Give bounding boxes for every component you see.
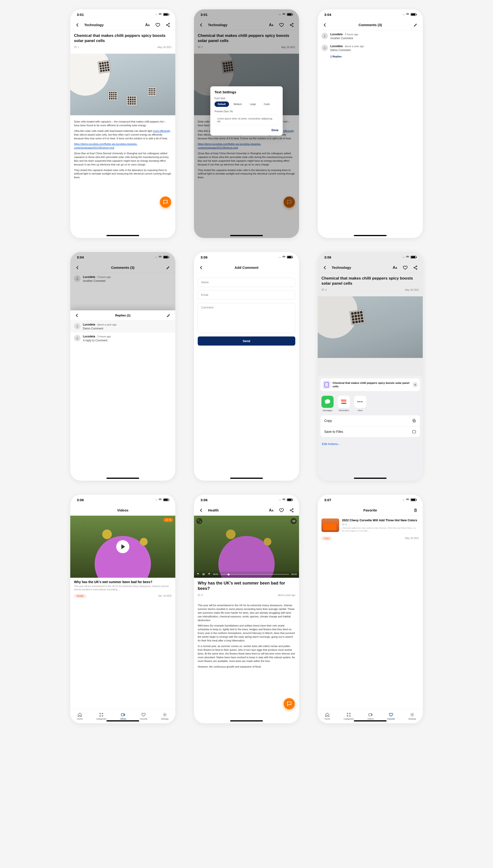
screen-text-settings: 3:01••• Technology AA Chemical that make… [194,9,299,238]
comment-item[interactable]: Lucodeia · about a year ago Demo Comment [318,42,423,54]
share-more[interactable]: •••More [354,396,366,411]
svg-point-10 [77,337,78,338]
fontsize-custom[interactable]: Custo [260,102,273,107]
volume-button[interactable] [291,518,297,524]
add-comment-title: Add Comment [208,266,285,269]
share-doc-icon [323,381,330,389]
tag-cars[interactable]: Cars [321,536,332,540]
video-player[interactable]: 00:01 00:10 [194,516,299,578]
font-button[interactable]: AA [144,21,151,28]
pause-icon[interactable] [202,573,205,576]
back-button[interactable] [321,21,328,28]
tab-videos[interactable]: Videos [367,712,374,720]
favorite-header: Favorite [332,508,409,512]
svg-point-13 [416,268,417,269]
name-field[interactable]: Name [198,278,295,287]
article-media-link[interactable]: https://demo.lucodeia.com/flutter-wp-luc… [74,142,137,149]
tab-settings[interactable]: Settings [408,712,416,720]
share-button[interactable] [165,21,172,28]
share-close-button[interactable]: ✕ [413,382,417,387]
screen-comments: 3:04••• Comments (3) Lucodeia · 3 hours … [318,9,423,238]
status-time: 3:01 [77,13,84,17]
fontsize-large[interactable]: Large [246,102,259,107]
tab-settings[interactable]: Settings [161,712,169,720]
time-current: 00:01 [213,573,218,575]
svg-point-24 [292,511,293,512]
play-icon[interactable] [116,540,129,553]
comment-field[interactable]: Comment [198,303,295,333]
send-button[interactable]: Send [198,336,295,346]
fontsize-default[interactable]: Default [215,102,229,107]
sheet-compose[interactable] [165,312,172,319]
svg-point-28 [349,713,350,714]
back-button[interactable] [198,507,205,514]
forward-icon[interactable] [208,573,211,576]
svg-point-12 [416,266,417,267]
svg-point-17 [102,713,103,714]
tab-home[interactable]: Home [77,712,83,720]
replay-icon[interactable] [196,573,199,576]
status-bar: 3:01 ••• [70,9,175,20]
svg-point-6 [324,35,325,36]
fontsize-medium[interactable]: Medium [230,102,245,107]
article-topbar: Technology AA [70,20,175,30]
article-date: May, 05 2021 [157,46,172,48]
reply-item[interactable]: Lucodeia · 3 hours agoA reply to Comment [70,333,175,344]
tab-home[interactable]: Home [324,712,330,720]
tab-videos[interactable]: Videos [120,712,126,720]
video-card[interactable]: 0 [70,516,175,578]
video-title: Why has the UK's wet summer been bad for… [70,578,175,585]
svg-point-8 [77,277,78,279]
favorite-item[interactable]: 2022 Chevy Corvette Will Add Three Hot N… [318,516,423,535]
compose-button[interactable] [412,21,419,28]
text-settings-modal: Text Settings Font Size Default Medium L… [210,86,283,136]
email-field[interactable]: Email [198,290,295,299]
share-to-messages[interactable]: Messages [321,396,334,411]
save-button[interactable]: Save to Files [321,426,420,437]
comment-badge: 0 [164,518,173,522]
tab-categories[interactable]: Categories [96,712,106,720]
article-inline-link[interactable]: more efficiently [153,130,170,132]
article-hero [70,54,175,115]
favorite-thumb [321,518,339,532]
svg-rect-14 [413,420,415,422]
replies-link[interactable]: 1 Replies [330,55,423,58]
seek-bar[interactable] [221,574,289,575]
sheet-back[interactable] [73,312,81,319]
svg-point-23 [292,508,293,509]
tag-health[interactable]: Health [74,594,86,598]
tab-favorite[interactable]: Favorite [140,712,148,720]
share-to-reminders[interactable]: Reminders [338,396,350,411]
share-button[interactable] [288,507,295,514]
tab-categories[interactable]: Categories [344,712,354,720]
svg-point-2 [169,26,170,27]
fontsize-segments: Default Medium Large Custo [215,102,278,107]
favorite-button[interactable] [278,507,285,514]
edit-actions-button[interactable]: Edit Actions... [321,440,420,447]
modal-title: Text Settings [215,90,278,94]
videos-header: Videos [74,508,172,512]
fab-comment-button[interactable] [284,698,295,709]
screen-add-comment: 3:06••• Add Comment Name Email Comment S… [194,252,299,481]
font-button[interactable]: AA [268,507,275,514]
comment-item[interactable]: Lucodeia · 3 hours ago Another Comment [318,30,423,42]
tab-favorite[interactable]: Favorite [387,712,395,720]
svg-point-27 [347,713,348,714]
fullscreen-button[interactable] [196,518,202,524]
back-button[interactable] [74,21,81,28]
svg-point-1 [169,23,170,24]
favorite-button[interactable] [154,21,161,28]
time-total: 00:10 [291,573,297,575]
share-item-title: Chemical that makes chilli peppers spicy… [333,381,411,388]
done-button[interactable]: Done [215,129,278,132]
sheet-title: Replies (1) [83,314,163,317]
copy-button[interactable]: Copy [321,415,420,426]
svg-point-30 [349,715,350,716]
back-button[interactable] [198,264,205,271]
svg-point-16 [100,713,101,714]
preview-label: Preview (Size 14) [215,110,278,113]
replies-sheet: Replies (1) Lucodeia · about a year agoD… [70,310,175,481]
clear-favorites-button[interactable] [412,507,419,514]
comment-count: 1 [74,46,79,48]
fab-comment-button[interactable] [160,197,171,208]
